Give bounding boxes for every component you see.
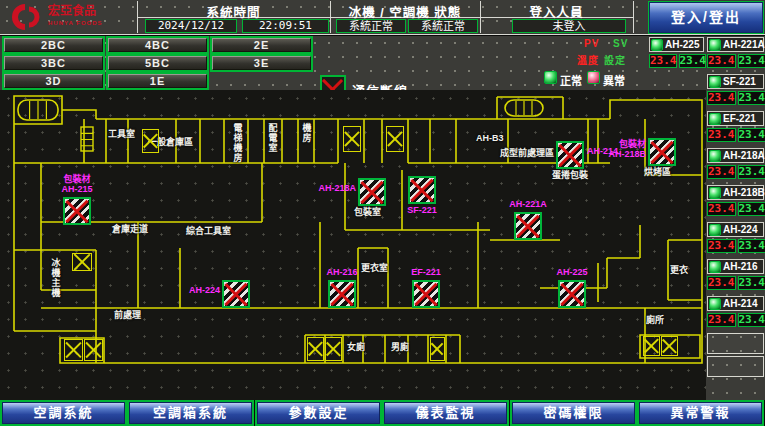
shaft-x-icon: [64, 339, 83, 361]
room-label: 電梯機房: [232, 123, 242, 163]
map-unit-label-ef-221: EF-221: [402, 268, 450, 278]
unit-name: AH-218A: [723, 150, 765, 161]
pv-value: 23.4: [707, 128, 736, 142]
status-led-icon: [709, 39, 721, 51]
status-led-icon: [709, 261, 721, 273]
sidebar-unit-AH-225: AH-22523.423.4: [649, 37, 704, 69]
map-unit-ah-224[interactable]: [222, 280, 250, 308]
sidebar-unit-AH-224: AH-22423.423.4: [707, 222, 764, 254]
unit-values: 23.423.4: [707, 128, 765, 142]
map-unit-ah-225[interactable]: [558, 280, 586, 308]
floor-plan: 包裝材AH-215AH-224AH-216EF-221AH-225AH-221A…: [0, 90, 706, 400]
map-unit-ah-218b[interactable]: [648, 138, 676, 166]
sv-value: 23.4: [679, 54, 707, 68]
room-label: 更衣室: [361, 264, 388, 274]
nav-button-5[interactable]: 密碼權限: [512, 402, 635, 424]
sidebar-unit-AH-216: AH-21623.423.4: [707, 259, 764, 291]
date-display: 2024/12/12: [145, 19, 237, 33]
floor-button-5BC[interactable]: 5BC: [108, 56, 207, 70]
shaft-x-icon: [343, 126, 361, 152]
map-unit-sublabel-ah-218b: 烘烤區: [644, 168, 671, 178]
map-unit-label-ah-218a: AH-218A: [310, 184, 356, 194]
pv-value: 23.4: [707, 239, 736, 253]
sv-value: 23.4: [738, 313, 765, 327]
floor-button-1E[interactable]: 1E: [108, 74, 207, 88]
sidebar-unit-AH-221A: AH-221A23.423.4: [707, 37, 764, 69]
sv-value: 23.4: [738, 165, 765, 179]
floor-button-grid: 2BC4BC2E3BC5BC3E3D1E: [4, 38, 324, 90]
room-label: 倉庫走道: [112, 225, 148, 235]
map-unit-ah-215[interactable]: [63, 197, 91, 225]
sv-value: 23.4: [738, 202, 765, 216]
pv-value: 23.4: [707, 91, 736, 105]
abnormal-legend-label: 異常: [603, 72, 625, 88]
ahu-status-badge: 系統正常: [408, 19, 478, 33]
sv-value: 23.4: [738, 276, 765, 290]
sidebar-unit-AH-218B: AH-218B23.423.4: [707, 185, 764, 217]
room-label: 冰機主機: [50, 258, 60, 298]
normal-led-icon: [544, 71, 557, 84]
login-logout-button[interactable]: 登入/登出: [649, 2, 763, 33]
map-unit-sf-221[interactable]: [408, 176, 436, 204]
sidebar-unit-button-AH-225[interactable]: AH-225: [649, 37, 704, 52]
nav-button-1[interactable]: 空調系統: [2, 402, 125, 424]
room-label: 成型前處理區: [500, 149, 554, 159]
floor-button-3BC[interactable]: 3BC: [4, 56, 103, 70]
normal-legend-label: 正常: [560, 72, 582, 88]
temp-label: 溫度: [577, 52, 599, 67]
map-unit-ef-221[interactable]: [412, 280, 440, 308]
status-led-icon: [709, 187, 721, 199]
shaft-x-icon: [386, 126, 404, 152]
map-unit-ah-214[interactable]: [556, 141, 584, 169]
unit-values: 23.423.4: [707, 202, 765, 216]
map-unit-sublabel-ah-214: 蛋捲包裝: [552, 171, 588, 181]
status-led-icon: [651, 39, 663, 51]
map-unit-ah-221a[interactable]: [514, 212, 542, 240]
sidebar-unit-button-EF-221[interactable]: EF-221: [707, 111, 764, 126]
map-unit-ah-218a[interactable]: [358, 178, 386, 206]
room-label: 配電室: [267, 123, 277, 153]
sidebar-unit-button-SF-221[interactable]: SF-221: [707, 74, 764, 89]
map-unit-label-ah-224: AH-224: [174, 286, 220, 296]
floor-button-2E[interactable]: 2E: [212, 38, 311, 52]
nav-button-6[interactable]: 異常警報: [639, 402, 762, 424]
floor-button-3E[interactable]: 3E: [212, 56, 311, 70]
nav-button-3[interactable]: 參數設定: [257, 402, 380, 424]
toolbar-band: 2BC4BC2E3BC5BC3E3D1E 通信斷線 PV SV 溫度 設定 正常…: [0, 36, 648, 90]
shaft-x-icon: [325, 337, 342, 361]
shaft-x-icon: [84, 339, 103, 361]
room-label: 女廁: [347, 343, 365, 353]
sidebar-unit-button-AH-214[interactable]: AH-214: [707, 296, 764, 311]
sidebar-unit-button-AH-221A[interactable]: AH-221A: [707, 37, 764, 52]
status-led-icon: [709, 113, 721, 125]
sidebar-unit-button-AH-216[interactable]: AH-216: [707, 259, 764, 274]
scada-screen: 宏亞食品 HUNYA FOODS 系統時間 冰機 / 空調機 狀態 登入人員 2…: [0, 0, 765, 426]
status-led-icon: [709, 76, 721, 88]
unit-name: AH-218B: [723, 187, 765, 198]
unit-name: AH-214: [723, 298, 757, 309]
unit-name: AH-224: [723, 224, 757, 235]
unit-values: 23.423.4: [649, 54, 706, 68]
pv-label: PV: [584, 38, 599, 49]
room-label: 更衣: [670, 266, 688, 276]
floor-button-3D[interactable]: 3D: [4, 74, 103, 88]
sidebar-unit-button-AH-224[interactable]: AH-224: [707, 222, 764, 237]
pv-value: 23.4: [707, 165, 736, 179]
map-unit-ah-216[interactable]: [328, 280, 356, 308]
unit-values: 23.423.4: [707, 239, 765, 253]
floor-button-4BC[interactable]: 4BC: [108, 38, 207, 52]
floor-button-2BC[interactable]: 2BC: [4, 38, 103, 52]
ladder-icon: [80, 126, 94, 156]
status-led-icon: [709, 298, 721, 310]
stairs-icon: [17, 99, 59, 125]
nav-button-4[interactable]: 儀表監視: [384, 402, 507, 424]
nav-button-2[interactable]: 空調箱系統: [129, 402, 252, 424]
sidebar-unit-button-AH-218A[interactable]: AH-218A: [707, 148, 764, 163]
sv-value: 23.4: [738, 239, 765, 253]
sidebar-unit-button-AH-218B[interactable]: AH-218B: [707, 185, 764, 200]
sidebar-unit-EF-221: EF-22123.423.4: [707, 111, 764, 143]
pv-value: 23.4: [707, 313, 736, 327]
shaft-x-icon: [142, 129, 159, 153]
room-label: AH-B3: [476, 134, 504, 144]
map-unit-label-ah-221a: AH-221A: [504, 200, 552, 210]
